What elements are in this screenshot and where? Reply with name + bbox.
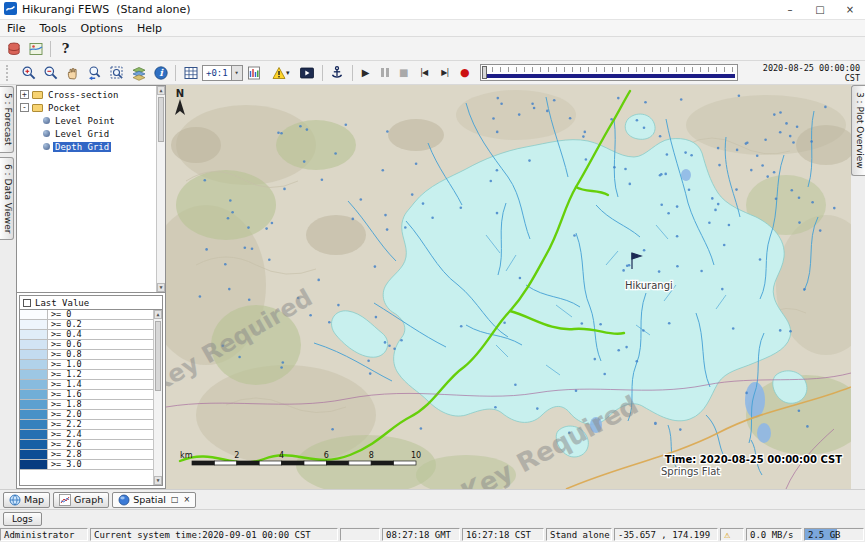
legend-panel: Last Value >= 0>= 0.2>= 0.4>= 0.6>= 0.8>… xyxy=(17,293,165,488)
status-throughput: 0.0 MB/s xyxy=(746,528,802,541)
side-tab-data-viewer[interactable]: 6 : Data Viewer xyxy=(0,157,14,240)
scale-ratio-value: +0:1 xyxy=(206,68,228,78)
tree-expander-icon[interactable]: - xyxy=(20,103,29,112)
sphere-icon xyxy=(118,494,130,506)
side-tab-plot-overview[interactable]: 3 : Plot Overview xyxy=(851,85,865,176)
legend-row[interactable]: >= 0 xyxy=(20,310,162,320)
legend-row[interactable]: >= 2.6 xyxy=(20,440,162,450)
grid-table-icon[interactable] xyxy=(180,63,201,83)
pause-icon xyxy=(381,68,389,77)
legend-swatch xyxy=(20,370,48,379)
panel-close-icon[interactable]: × xyxy=(183,495,190,504)
zoom-extent-icon[interactable] xyxy=(106,63,127,83)
tree-scrollbar[interactable]: ▲▼ xyxy=(156,86,165,292)
tree-item-depth-grid[interactable]: Depth Grid xyxy=(17,140,165,153)
map-canvas[interactable]: API Key Required API Key Required Hikura… xyxy=(166,85,851,489)
time-slider-ticks xyxy=(484,67,734,72)
window-title: Hikurangi FEWS (Stand alone) xyxy=(22,3,191,16)
legend-row[interactable]: >= 3.0 xyxy=(20,460,162,470)
maximize-button[interactable]: □ xyxy=(805,0,835,19)
tab-graph[interactable]: Graph xyxy=(53,492,109,508)
anchor-icon[interactable] xyxy=(327,63,348,83)
status-gmt-time: 08:27:18 GMT xyxy=(382,528,460,541)
step-forward-button[interactable]: ▶| xyxy=(435,63,455,83)
pan-hand-icon[interactable] xyxy=(62,63,83,83)
legend-label: >= 1.6 xyxy=(48,390,82,399)
legend-row[interactable]: >= 0.8 xyxy=(20,350,162,360)
legend-row[interactable]: >= 0.4 xyxy=(20,330,162,340)
minimize-button[interactable]: – xyxy=(775,0,805,19)
legend-label: >= 2.2 xyxy=(48,420,82,429)
layers-icon[interactable] xyxy=(128,63,149,83)
zoom-previous-icon[interactable] xyxy=(84,63,105,83)
zoom-out-icon[interactable] xyxy=(40,63,61,83)
tree-item-pocket[interactable]: -Pocket xyxy=(17,101,165,114)
legend-row[interactable]: >= 0.2 xyxy=(20,320,162,330)
chevron-down-icon[interactable]: ▾ xyxy=(231,66,242,80)
warning-dropdown[interactable]: ▾ xyxy=(266,63,296,83)
legend-row[interactable]: >= 1.0 xyxy=(20,360,162,370)
town-label-springs-flat: Springs Flat xyxy=(661,466,720,477)
tab-map[interactable]: Map xyxy=(3,492,50,508)
svg-text:8: 8 xyxy=(369,451,374,460)
tree-item-level-grid[interactable]: Level Grid xyxy=(17,127,165,140)
main-area: 5 : Forecast6 : Data Viewer +Cross-secti… xyxy=(0,85,865,489)
legend-row[interactable]: >= 1.4 xyxy=(20,380,162,390)
legend-row[interactable]: >= 1.6 xyxy=(20,390,162,400)
tab-spatial[interactable]: Spatial □ × xyxy=(112,492,196,508)
close-button[interactable]: × xyxy=(835,0,865,19)
side-tab-forecast[interactable]: 5 : Forecast xyxy=(0,86,14,153)
status-mouse-coordinates: -35.657 , 174.199 xyxy=(614,528,718,541)
legend-row[interactable]: >= 2.4 xyxy=(20,430,162,440)
pause-button[interactable] xyxy=(376,63,394,83)
explorer-map-icon[interactable] xyxy=(25,39,46,59)
stop-button[interactable]: ■ xyxy=(395,63,413,83)
folder-icon xyxy=(32,104,43,112)
step-backward-button[interactable]: |◀ xyxy=(414,63,434,83)
status-system-time: Current system time:2020-09-01 00:00 CST xyxy=(90,528,338,541)
legend-row[interactable]: >= 2.0 xyxy=(20,410,162,420)
chevron-down-icon: ▾ xyxy=(286,69,290,77)
scroll-down-icon[interactable]: ▼ xyxy=(154,476,162,485)
menu-item-tools[interactable]: Tools xyxy=(32,22,73,35)
legend-list: >= 0>= 0.2>= 0.4>= 0.6>= 0.8>= 1.0>= 1.2… xyxy=(19,310,163,486)
scroll-up-icon[interactable]: ▲ xyxy=(154,310,162,319)
legend-row[interactable]: >= 2.8 xyxy=(20,450,162,460)
panel-maximize-icon[interactable]: □ xyxy=(171,495,179,504)
scale-ratio-combobox[interactable]: +0:1▾ xyxy=(202,65,243,81)
tree-item-level-point[interactable]: Level Point xyxy=(17,114,165,127)
tree-expander-icon[interactable]: + xyxy=(20,90,29,99)
legend-row[interactable]: >= 0.6 xyxy=(20,340,162,350)
scrollbar-thumb[interactable] xyxy=(155,321,161,391)
toolbar-separator xyxy=(322,65,323,81)
time-slider-handle[interactable] xyxy=(482,66,487,79)
tab-graph-label: Graph xyxy=(74,494,103,505)
legend-row[interactable]: >= 1.2 xyxy=(20,370,162,380)
legend-header: Last Value xyxy=(19,295,163,310)
legend-scrollbar[interactable]: ▲▼ xyxy=(153,310,162,485)
database-icon[interactable] xyxy=(3,39,24,59)
profile-chart-icon[interactable] xyxy=(244,63,265,83)
legend-row[interactable]: >= 1.8 xyxy=(20,400,162,410)
menu-item-options[interactable]: Options xyxy=(74,22,130,35)
logs-button[interactable]: Logs xyxy=(3,512,42,526)
zoom-in-icon[interactable] xyxy=(18,63,39,83)
scroll-up-icon[interactable]: ▲ xyxy=(157,86,165,95)
menu-item-help[interactable]: Help xyxy=(130,22,169,35)
info-icon[interactable]: i xyxy=(150,63,171,83)
play-button[interactable]: ▶ xyxy=(357,63,375,83)
menu-item-file[interactable]: File xyxy=(0,22,32,35)
record-button[interactable]: ● xyxy=(456,63,474,83)
last-value-checkbox[interactable] xyxy=(23,299,31,307)
time-slider[interactable] xyxy=(480,64,738,81)
app-window: Hikurangi FEWS (Stand alone) – □ × FileT… xyxy=(0,0,865,542)
legend-swatch xyxy=(20,360,48,369)
scroll-down-icon[interactable]: ▼ xyxy=(157,283,165,292)
display-icon[interactable] xyxy=(297,63,318,83)
legend-row[interactable]: >= 2.2 xyxy=(20,420,162,430)
tree-item-cross-section[interactable]: +Cross-section xyxy=(17,88,165,101)
legend-swatch xyxy=(20,340,48,349)
scrollbar-thumb[interactable] xyxy=(158,97,164,142)
toolbar-grip[interactable] xyxy=(6,65,9,81)
help-icon[interactable]: ? xyxy=(55,39,76,59)
